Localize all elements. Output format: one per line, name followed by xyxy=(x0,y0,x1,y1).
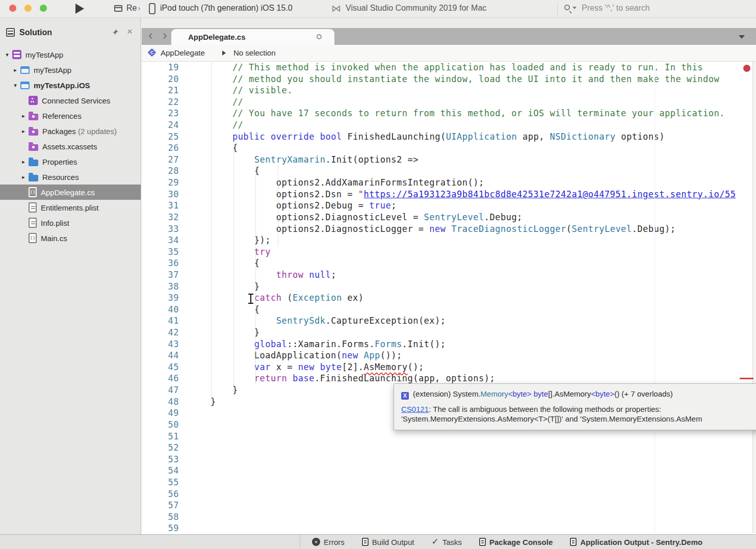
code-line[interactable]: 56 xyxy=(142,488,756,500)
close-window-button[interactable] xyxy=(9,5,16,12)
chevron-right-icon: › xyxy=(138,4,140,12)
code-line[interactable]: 54 xyxy=(142,465,756,477)
window-toolbar: Re› iPod touch (7th generation) iOS 15.0… xyxy=(0,0,756,18)
error-tooltip: X(extension) System.Memory<byte> byte[].… xyxy=(394,383,756,430)
expander-down-icon[interactable]: ▾ xyxy=(10,82,20,89)
app-title: Visual Studio Community 2019 for Mac xyxy=(346,4,486,13)
code-line[interactable]: 59 xyxy=(142,522,756,534)
services-icon xyxy=(29,96,38,105)
run-button[interactable] xyxy=(75,4,84,14)
error-code-link[interactable]: CS0121 xyxy=(401,405,429,413)
code-line[interactable]: 21 // visible. xyxy=(142,85,756,96)
code-editor[interactable]: 19 // This method is invoked when the ap… xyxy=(142,62,756,534)
line-number: 37 xyxy=(142,269,181,281)
sidebar-item-assets-xcassets[interactable]: Assets.xcassets xyxy=(0,139,141,154)
plist-icon xyxy=(29,218,37,228)
file-error-indicator-icon[interactable] xyxy=(743,65,750,72)
sidebar-item-mytestapp-ios[interactable]: ▾myTestApp.iOS xyxy=(0,77,141,93)
line-number: 51 xyxy=(142,431,181,442)
indent-guide xyxy=(211,63,212,407)
expander-right-icon[interactable]: ▸ xyxy=(18,159,29,165)
expander-right-icon[interactable]: ▸ xyxy=(18,128,29,135)
sidebar-item-resources[interactable]: ▸Resources xyxy=(0,169,141,185)
sidebar-item-appdelegate-cs[interactable]: {}AppDelegate.cs xyxy=(0,185,141,200)
code-line[interactable]: 51 xyxy=(142,431,756,442)
code-line[interactable]: 53 xyxy=(142,454,756,465)
line-number: 56 xyxy=(142,488,181,500)
code-line[interactable]: 20 // method you should instantiate the … xyxy=(142,73,756,85)
folder-purple-icon xyxy=(29,114,38,120)
code-line[interactable]: 25 public override bool FinishedLaunchin… xyxy=(142,131,756,143)
run-configuration-selector[interactable]: Re› xyxy=(126,4,140,13)
zoom-window-button[interactable] xyxy=(40,5,47,12)
code-line[interactable]: 22 // xyxy=(142,96,756,108)
line-number: 21 xyxy=(142,85,181,96)
line-number: 53 xyxy=(142,454,181,465)
sidebar-item-references[interactable]: ▸References xyxy=(0,108,141,123)
pad-button-application-output-sentry-demo[interactable]: Application Output - Sentry.Demo xyxy=(570,538,702,546)
breadcrumb-class[interactable]: AppDelegate xyxy=(161,48,205,57)
sidebar-item-label: Packages (2 updates) xyxy=(42,127,117,136)
line-number: 25 xyxy=(142,131,181,143)
solution-pad-icon xyxy=(6,28,15,37)
navigate-back-button[interactable]: ‹ xyxy=(148,28,153,43)
expander-right-icon[interactable]: ▸ xyxy=(18,174,29,180)
navigate-forward-button[interactable]: › xyxy=(163,28,167,43)
line-number: 23 xyxy=(142,108,181,119)
pin-icon[interactable] xyxy=(112,29,118,38)
errors-icon: × xyxy=(312,538,320,546)
sidebar-item-entitlements-plist[interactable]: Entitlements.plist xyxy=(0,200,141,215)
tab-appdelegate[interactable]: AppDelegate.cs xyxy=(171,29,334,45)
line-number: 46 xyxy=(142,373,181,384)
pad-button-errors[interactable]: ×Errors xyxy=(312,538,345,546)
expander-right-icon[interactable]: ▸ xyxy=(10,67,20,73)
pad-button-tasks[interactable]: ✓Tasks xyxy=(431,538,462,546)
tab-label: AppDelegate.cs xyxy=(188,33,246,41)
pad-button-label: Package Console xyxy=(489,538,553,546)
line-number: 54 xyxy=(142,465,181,477)
folder-purple-icon xyxy=(29,129,38,136)
output-doc-icon xyxy=(570,538,577,546)
sidebar-item-properties[interactable]: ▸Properties xyxy=(0,154,141,169)
pad-button-label: Errors xyxy=(324,538,345,546)
visual-studio-logo-icon: ⋈ xyxy=(331,3,341,14)
search-input[interactable]: Press '^,' to search xyxy=(582,4,650,13)
pad-button-package-console[interactable]: Package Console xyxy=(479,538,553,546)
cs-icon: {} xyxy=(29,233,37,243)
code-line[interactable]: 57 xyxy=(142,500,756,511)
line-number: 57 xyxy=(142,500,181,511)
close-icon[interactable]: × xyxy=(127,26,133,37)
code-line[interactable]: 58 xyxy=(142,511,756,523)
sidebar-item-connected-services[interactable]: Connected Services xyxy=(0,93,141,108)
code-line[interactable]: 23 // You have 17 seconds to return from… xyxy=(142,108,756,119)
breadcrumb-member[interactable]: No selection xyxy=(233,48,276,57)
minimize-window-button[interactable] xyxy=(24,5,32,12)
sidebar-item-mytestapp[interactable]: ▸myTestApp xyxy=(0,62,141,77)
sidebar-item-packages[interactable]: ▸Packages (2 updates) xyxy=(0,123,141,139)
folder-blue-icon xyxy=(29,160,38,166)
sidebar-item-mytestapp[interactable]: ▾myTestApp xyxy=(0,47,141,62)
pad-button-build-output[interactable]: Build Output xyxy=(362,538,414,546)
expander-down-icon[interactable]: ▾ xyxy=(2,51,12,58)
line-number: 41 xyxy=(142,315,181,327)
code-line[interactable]: 55 xyxy=(142,477,756,488)
code-line[interactable]: 52 xyxy=(142,442,756,454)
sidebar-item-label: Assets.xcassets xyxy=(42,142,97,151)
column-ruler xyxy=(655,62,655,534)
sidebar-item-info-plist[interactable]: Info.plist xyxy=(0,215,141,230)
line-number: 59 xyxy=(142,522,181,534)
statusbar-separator xyxy=(300,535,300,549)
expander-right-icon[interactable]: ▸ xyxy=(18,113,29,119)
indent-guide xyxy=(278,166,278,246)
code-line[interactable]: 24 // xyxy=(142,119,756,131)
line-number: 32 xyxy=(142,212,181,223)
sidebar-item-main-cs[interactable]: {}Main.cs xyxy=(0,230,141,246)
extension-method-icon: X xyxy=(401,392,409,400)
device-selector[interactable]: iPod touch (7th generation) iOS 15.0 xyxy=(160,4,293,13)
tooltip-error-detail: 'System.MemoryExtensions.AsMemory<T>(T[]… xyxy=(401,414,756,424)
tab-list-dropdown-icon[interactable] xyxy=(739,35,745,39)
line-number: 43 xyxy=(142,338,181,350)
scrollbar[interactable] xyxy=(752,62,756,533)
code-line[interactable]: 19 // This method is invoked when the ap… xyxy=(142,62,756,73)
sidebar-item-label: References xyxy=(42,112,82,120)
